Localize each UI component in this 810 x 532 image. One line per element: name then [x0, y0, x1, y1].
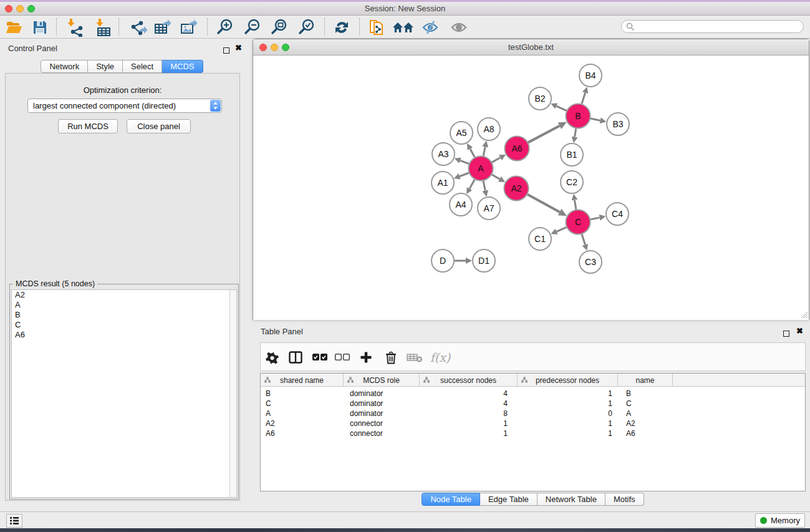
mcds-result-item[interactable]: A2 [12, 290, 236, 300]
node-B[interactable]: B [566, 104, 591, 128]
edge-C-C1[interactable] [557, 227, 567, 231]
column-header-name[interactable]: name [618, 374, 673, 387]
node-B3[interactable]: B3 [607, 113, 629, 135]
node-D[interactable]: D [432, 249, 454, 272]
edge-A-A8[interactable] [483, 147, 485, 156]
memory-button[interactable]: Memory [755, 513, 805, 528]
refresh-layout-icon[interactable] [332, 17, 352, 37]
node-C[interactable]: C [566, 210, 591, 235]
node-D1[interactable]: D1 [473, 249, 495, 272]
edge-C-C4[interactable] [591, 218, 600, 220]
control-panel-float-button[interactable] [223, 45, 229, 56]
function-builder-icon[interactable]: f(x) [428, 348, 453, 367]
table-settings-gear-icon[interactable] [263, 348, 281, 367]
deselect-all-icon[interactable] [333, 348, 352, 367]
hide-selected-eye-icon[interactable] [420, 17, 440, 37]
node-A7[interactable]: A7 [478, 197, 500, 220]
node-B4[interactable]: B4 [579, 64, 602, 87]
table-row[interactable]: A2connector11A2 [261, 418, 805, 428]
edge-A6-B[interactable] [528, 126, 559, 143]
close-panel-button[interactable]: Close panel [127, 119, 191, 133]
tab-network-table[interactable]: Network Table [538, 493, 605, 506]
edge-C-C3[interactable] [582, 235, 585, 245]
edge-A-A6[interactable] [492, 158, 500, 162]
show-selected-eye-icon[interactable] [449, 17, 469, 37]
node-C4[interactable]: C4 [606, 203, 629, 225]
edge-A-A5[interactable] [470, 148, 475, 157]
delete-table-icon[interactable] [405, 348, 424, 367]
table-row[interactable]: Bdominator41B [261, 389, 805, 399]
toggle-panes-icon[interactable] [286, 348, 305, 367]
export-network-icon[interactable] [128, 17, 148, 37]
mcds-result-list[interactable]: A2ABCA6 [11, 289, 237, 498]
edge-A2-C[interactable] [528, 195, 560, 212]
node-A5[interactable]: A5 [450, 122, 473, 144]
network-canvas[interactable]: B4B2BB3A5A8A6B1A3AC2A1A2A4A7C4CC1C3DD1 [253, 56, 809, 320]
open-session-icon[interactable] [4, 17, 24, 37]
node-A2[interactable]: A2 [504, 177, 529, 201]
node-B2[interactable]: B2 [529, 87, 551, 110]
save-session-icon[interactable] [30, 17, 50, 37]
zoom-fit-icon[interactable] [269, 17, 289, 37]
table-row[interactable]: Adominator80A [261, 409, 805, 418]
node-B1[interactable]: B1 [561, 143, 583, 166]
tab-select[interactable]: Select [123, 60, 162, 73]
import-network-icon[interactable] [65, 17, 85, 37]
optimization-criterion-dropdown[interactable]: largest connected component (directed) [27, 99, 222, 113]
search-field[interactable] [621, 20, 804, 33]
node-C1[interactable]: C1 [529, 228, 551, 250]
node-A6[interactable]: A6 [505, 137, 529, 161]
node-A4[interactable]: A4 [450, 193, 472, 216]
node-C2[interactable]: C2 [561, 171, 583, 193]
window-resize-grip[interactable] [800, 311, 808, 319]
tab-network[interactable]: Network [41, 60, 88, 73]
edge-B-B3[interactable] [591, 118, 600, 120]
import-table-icon[interactable] [94, 17, 113, 37]
zoom-out-icon[interactable] [243, 17, 263, 37]
task-history-button[interactable] [6, 514, 22, 528]
run-mcds-button[interactable]: Run MCDS [58, 119, 118, 133]
zoom-selected-icon[interactable] [297, 17, 317, 37]
search-input[interactable] [635, 22, 803, 31]
tab-motifs[interactable]: Motifs [605, 493, 644, 506]
tab-style[interactable]: Style [88, 60, 123, 73]
edge-A-A4[interactable] [470, 180, 475, 189]
network-window-titlebar[interactable]: testGlobe.txt [253, 39, 809, 56]
tab-node-table[interactable]: Node Table [422, 493, 480, 506]
control-panel-close-button[interactable]: ✖ [235, 45, 242, 51]
tab-mcds[interactable]: MCDS [162, 60, 203, 73]
edge-A-A2[interactable] [492, 175, 500, 179]
column-header-shared-name[interactable]: shared name [261, 374, 344, 387]
export-image-icon[interactable] [179, 17, 199, 37]
add-column-icon[interactable] [357, 348, 375, 367]
mcds-result-scrollbar[interactable] [229, 290, 236, 497]
node-A1[interactable]: A1 [432, 172, 454, 194]
table-panel-close-button[interactable]: ✖ [796, 328, 803, 334]
mcds-result-item[interactable]: A6 [12, 330, 236, 340]
edge-B-B1[interactable] [575, 128, 576, 137]
column-header-successor-nodes[interactable]: successor nodes [420, 374, 518, 387]
edge-A-A7[interactable] [483, 181, 485, 190]
table-panel-float-button[interactable] [783, 328, 789, 339]
node-C3[interactable]: C3 [579, 251, 602, 273]
node-A3[interactable]: A3 [432, 143, 455, 165]
edge-C-C2[interactable] [574, 200, 576, 210]
edge-A-A3[interactable] [460, 160, 469, 163]
node-A8[interactable]: A8 [478, 118, 500, 140]
table-row[interactable]: A6connector11A6 [261, 428, 805, 438]
edge-B-B4[interactable] [582, 93, 585, 104]
select-all-icon[interactable] [311, 348, 329, 367]
export-table-icon[interactable] [153, 17, 173, 37]
zoom-in-icon[interactable] [215, 17, 235, 37]
edge-A-A1[interactable] [460, 173, 469, 177]
tab-edge-table[interactable]: Edge Table [480, 493, 538, 506]
mcds-result-item[interactable]: C [12, 320, 236, 330]
node-A[interactable]: A [469, 157, 493, 181]
home-layout-icon[interactable] [392, 17, 415, 37]
clone-network-icon[interactable] [367, 17, 387, 37]
edge-B-B2[interactable] [556, 106, 566, 110]
table-row[interactable]: Cdominator41C [261, 399, 805, 409]
column-header-MCDS-role[interactable]: MCDS role [344, 374, 420, 387]
mcds-result-item[interactable]: A [12, 300, 236, 310]
column-header-predecessor-nodes[interactable]: predecessor nodes [518, 374, 618, 387]
